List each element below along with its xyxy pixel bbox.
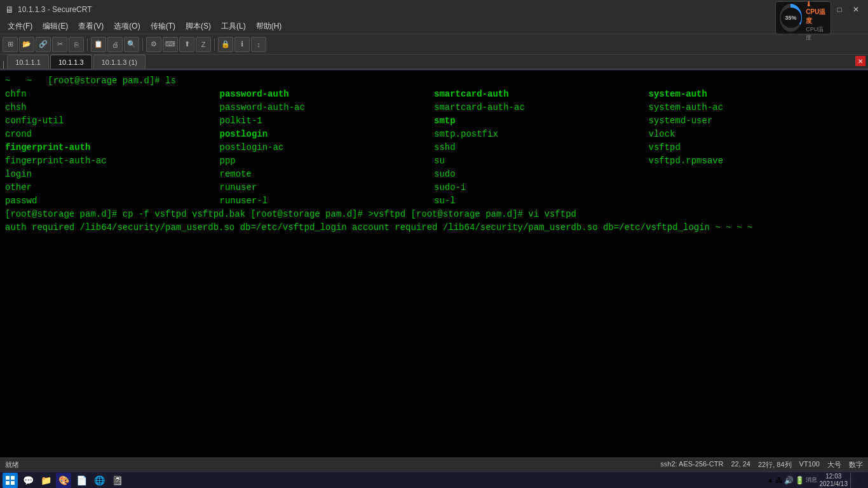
maximize-button[interactable]: □ — [832, 3, 846, 17]
ls-col3-row6: su — [434, 154, 649, 168]
tb-open[interactable]: 📂 — [19, 37, 34, 52]
ls-col2-row2: password-auth-ac — [220, 101, 435, 114]
svg-rect-2 — [6, 481, 10, 485]
ls-col3-row7: sudo — [434, 168, 649, 181]
menu-script[interactable]: 脚本(S) — [180, 20, 216, 33]
taskbar: 💬 📁 🎨 📄 🌐 📓 ▲ 🖧 🔊 🔋 消息 12:03 2021/4/13 □ — [0, 471, 868, 488]
tb-copy[interactable]: ⎘ — [69, 37, 84, 52]
taskbar-word[interactable]: 📄 — [74, 473, 89, 488]
ls-col4-row7 — [649, 168, 864, 181]
status-ready: 就绪 — [5, 460, 19, 470]
tb-find[interactable]: 🔍 — [124, 37, 139, 52]
term-line-cmd2: [root@storage pam.d]# >vsftpd — [250, 209, 405, 219]
clock-time: 12:03 — [820, 473, 848, 480]
svg-rect-1 — [11, 476, 15, 480]
menu-file[interactable]: 文件(F) — [3, 20, 37, 33]
ls-col4-row8 — [649, 181, 864, 194]
tray-chevron[interactable]: ▲ — [768, 477, 774, 484]
tb-paste[interactable]: 📋 — [91, 37, 106, 52]
tab-session-3[interactable]: 10.1.1.3 (1) — [93, 55, 146, 69]
menu-help[interactable]: 帮助(H) — [251, 20, 287, 33]
tray-battery[interactable]: 🔋 — [795, 476, 804, 485]
taskbar-note[interactable]: 📓 — [109, 473, 125, 488]
status-bar: 就绪 ssh2: AES-256-CTR 22, 24 22行, 84列 VT1… — [0, 458, 868, 471]
term-line-4 — [37, 76, 42, 86]
term-line-account: account required /lib64/security/pam_use… — [352, 222, 710, 233]
menu-tools[interactable]: 工具(L) — [216, 20, 251, 33]
taskbar-browser[interactable]: 🌐 — [92, 473, 107, 488]
status-rowcol: 22行, 84列 — [758, 460, 792, 470]
tb-info[interactable]: ℹ — [234, 37, 250, 52]
system-clock[interactable]: 12:03 2021/4/13 — [820, 473, 848, 488]
taskbar-paint[interactable]: 🎨 — [56, 473, 71, 488]
menu-options[interactable]: 选项(O) — [109, 20, 145, 33]
tray-network[interactable]: 🖧 — [775, 476, 783, 485]
tab-bar: | 10.1.1.1 10.1.1.3 10.1.1.3 (1) ✕ — [0, 55, 868, 70]
tb-disconnect[interactable]: ✂ — [52, 37, 67, 52]
ls-col1-row7: login — [5, 168, 220, 181]
ls-col2-row7: remote — [220, 168, 435, 181]
status-right: ssh2: AES-256-CTR 22, 24 22行, 84列 VT100 … — [660, 460, 863, 470]
ls-col1-row6: fingerprint-auth-ac — [5, 154, 220, 168]
term-line-tilde3: ~ — [736, 222, 742, 233]
ls-col2-row4: postlogin — [220, 128, 435, 141]
window-title: 10.1.1.3 - SecureCRT — [18, 5, 816, 14]
status-encoding: 数字 — [849, 460, 863, 470]
ls-col1-row1: chfn — [5, 88, 220, 101]
tb-sftp[interactable]: ⬆ — [179, 37, 194, 52]
term-line-5: [root@storage pam.d]# ls — [48, 76, 176, 86]
ls-col4-row3: systemd-user — [649, 114, 864, 128]
tab-session-1[interactable]: 10.1.1.1 — [7, 55, 49, 69]
term-line-2 — [16, 76, 21, 86]
tb-lock[interactable]: 🔒 — [218, 37, 233, 52]
ls-col2-row8: runuser — [220, 181, 435, 194]
cpu-indicator: 35% 36°C 🌡 CPU温度 CPU温度 — [775, 1, 831, 34]
term-line-1: ~ — [5, 76, 10, 86]
tb-connect[interactable]: 🔗 — [36, 37, 51, 52]
tray-msg: 消息 — [806, 476, 817, 484]
cpu-gauge: 35% — [780, 4, 802, 32]
toolbar-separator-2 — [142, 38, 143, 51]
term-line-blank1 — [581, 209, 587, 219]
cpu-inner: 35% — [781, 8, 801, 28]
term-line-auth: auth required /lib64/security/pam_userdb… — [5, 222, 347, 233]
show-desktop[interactable]: □ — [850, 473, 865, 488]
taskbar-search[interactable]: 💬 — [20, 473, 36, 488]
taskbar-files[interactable]: 📁 — [38, 473, 53, 488]
status-terminal: VT100 — [799, 460, 820, 470]
terminal-area[interactable]: ~ ~ [root@storage pam.d]# ls chfn passwo… — [0, 71, 868, 458]
tb-new[interactable]: ⊞ — [3, 37, 18, 52]
tb-keymap[interactable]: ⌨ — [163, 37, 178, 52]
tab-bar-separator: | — [3, 60, 4, 69]
tb-scroll[interactable]: ↕ — [251, 37, 266, 52]
ls-col3-row3: smtp — [434, 114, 649, 128]
start-button[interactable] — [3, 473, 18, 488]
tb-print[interactable]: 🖨 — [107, 37, 123, 52]
cpu-temp-value: CPU温度 — [806, 8, 827, 25]
ls-col3-row2: smartcard-auth-ac — [434, 101, 649, 114]
ls-col4-row2: system-auth-ac — [649, 101, 864, 114]
svg-rect-0 — [6, 476, 10, 480]
ls-col4-row6: vsftpd.rpmsave — [649, 154, 864, 168]
ls-col3-row1: smartcard-auth — [434, 88, 649, 101]
ls-col4-row4: vlock — [649, 128, 864, 141]
term-line-cmd1: [root@storage pam.d]# cp -f vsftpd vsftp… — [5, 209, 245, 219]
menu-view[interactable]: 查看(V) — [73, 20, 109, 33]
menu-edit[interactable]: 编辑(E) — [37, 20, 73, 33]
toolbar: ⊞ 📂 🔗 ✂ ⎘ 📋 🖨 🔍 ⚙ ⌨ ⬆ Z 🔒 ℹ ↕ — [0, 34, 868, 55]
tab-session-2[interactable]: 10.1.1.3 — [50, 55, 92, 69]
session-close-button[interactable]: ✕ — [855, 56, 865, 66]
ls-col1-row9: passwd — [5, 194, 220, 208]
status-position: 22, 24 — [731, 460, 750, 470]
ls-col3-row8: sudo-i — [434, 181, 649, 194]
ls-col2-row3: polkit-1 — [220, 114, 435, 128]
ls-col2-row1: password-auth — [220, 88, 435, 101]
menu-bar: 文件(F) 编辑(E) 查看(V) 选项(O) 传输(T) 脚本(S) 工具(L… — [0, 19, 868, 34]
tray-volume[interactable]: 🔊 — [784, 476, 794, 485]
cpu-temp: 36°C 🌡 — [806, 0, 827, 8]
close-button[interactable]: ✕ — [849, 3, 863, 17]
tb-zmodem[interactable]: Z — [196, 37, 211, 52]
ls-col3-row5: sshd — [434, 141, 649, 154]
menu-transfer[interactable]: 传输(T) — [146, 20, 180, 33]
tb-settings[interactable]: ⚙ — [146, 37, 161, 52]
